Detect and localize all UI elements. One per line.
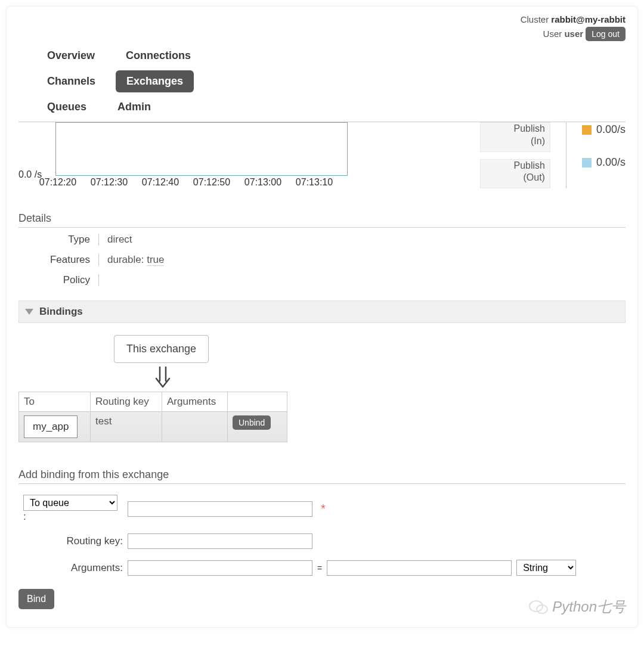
publish-in-label: Publish (In)	[480, 122, 550, 152]
binding-row: my_app test Unbind	[19, 412, 287, 442]
arguments-label: Arguments:	[18, 562, 123, 574]
details-type-label: Type	[18, 234, 90, 246]
unbind-button[interactable]: Unbind	[233, 415, 271, 430]
wechat-icon	[528, 598, 549, 615]
user-line: User user Log out	[18, 27, 626, 41]
tab-overview[interactable]: Overview	[36, 45, 106, 67]
required-marker: *	[321, 502, 326, 516]
main-tabs: Overview Connections Channels Exchanges …	[36, 45, 626, 118]
chevron-down-icon	[25, 309, 33, 315]
col-to: To	[19, 392, 91, 412]
bindings-table: To Routing key Arguments my_app test Unb…	[18, 392, 287, 442]
col-routing-key: Routing key	[91, 392, 162, 412]
binding-arguments	[162, 412, 228, 442]
col-arguments: Arguments	[162, 392, 228, 412]
svg-point-0	[530, 601, 543, 612]
tab-connections[interactable]: Connections	[115, 45, 202, 67]
routing-key-label: Routing key:	[18, 535, 123, 547]
details-type-value: direct	[107, 234, 626, 246]
destination-name-input[interactable]	[128, 501, 312, 517]
routing-key-input[interactable]	[128, 533, 312, 549]
tab-admin[interactable]: Admin	[107, 96, 162, 118]
bind-button[interactable]: Bind	[18, 589, 54, 609]
logout-button[interactable]: Log out	[586, 27, 626, 41]
details-features-label: Features	[18, 254, 90, 266]
tab-channels[interactable]: Channels	[36, 70, 106, 92]
tab-queues[interactable]: Queues	[36, 96, 97, 118]
publish-in-swatch-icon	[582, 125, 592, 135]
publish-out-label: Publish (Out)	[480, 159, 550, 189]
argument-key-input[interactable]	[128, 560, 312, 576]
publish-out-swatch-icon	[582, 158, 592, 167]
watermark: Python七号	[528, 597, 626, 616]
argument-type-select[interactable]: String	[516, 560, 576, 576]
equals-sign: =	[317, 563, 322, 573]
cluster-line: Cluster rabbit@my-rabbit	[18, 13, 626, 27]
tab-exchanges[interactable]: Exchanges	[116, 70, 194, 92]
binding-routing-key: test	[91, 412, 162, 442]
this-exchange-box: This exchange	[114, 335, 209, 363]
message-rates-chart: 0.0 /s 07:12:20 07:12:30 07:12:40 07:12:…	[18, 122, 382, 188]
bindings-toggle[interactable]: Bindings	[18, 300, 626, 323]
add-binding-heading: Add binding from this exchange	[18, 469, 626, 484]
publish-out-value: 0.00/s	[582, 156, 626, 169]
binding-to-link[interactable]: my_app	[24, 415, 78, 438]
publish-in-value: 0.00/s	[582, 123, 626, 136]
details-features-value: durable: true	[107, 254, 626, 266]
destination-type-select[interactable]: To queue	[23, 495, 117, 511]
chart-y-label: 0.0 /s	[18, 169, 42, 180]
details-policy-label: Policy	[18, 274, 90, 286]
arrow-down-icon	[153, 367, 626, 388]
argument-value-input[interactable]	[327, 560, 512, 576]
details-heading: Details	[18, 212, 626, 228]
chart-x-labels: 07:12:20 07:12:30 07:12:40 07:12:50 07:1…	[33, 177, 382, 188]
